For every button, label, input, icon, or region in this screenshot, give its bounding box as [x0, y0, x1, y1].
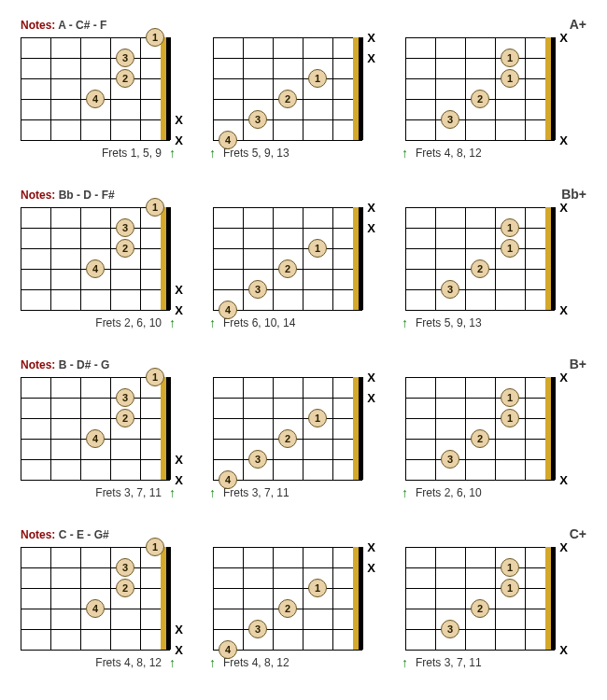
mute-mark: X — [367, 540, 375, 554]
arrow-icon: ↑ — [209, 485, 216, 500]
mute-mark: X — [367, 371, 375, 385]
fret-positions: Frets 5, 9, 13 — [416, 316, 482, 329]
chord-row: Notes: C - E - G#C+1324XX↑Frets 4, 8, 12… — [17, 526, 590, 670]
chord-row: Notes: Bb - D - F#Bb+1324XX↑Frets 2, 6, … — [17, 187, 590, 330]
diagram-footer: ↑Frets 1, 5, 9 — [17, 146, 176, 161]
row-header: Notes: B - D# - GB+ — [17, 357, 590, 371]
mute-mark: X — [367, 201, 375, 215]
finger-dot: 1 — [308, 239, 327, 258]
fret-positions: Frets 4, 8, 12 — [95, 656, 162, 669]
arrow-icon: ↑ — [402, 655, 408, 670]
finger-dot: 4 — [219, 131, 237, 149]
arrow-icon: ↑ — [209, 315, 216, 330]
finger-dot: 3 — [116, 388, 134, 407]
notes-prefix: Notes: — [21, 19, 55, 32]
mute-mark: X — [367, 391, 375, 405]
chord-diagram: 1324XX↑Frets 4, 8, 12 — [17, 547, 176, 670]
arrow-icon: ↑ — [402, 315, 408, 330]
fret-positions: Frets 6, 10, 14 — [223, 316, 295, 329]
mute-mark: X — [559, 133, 568, 147]
mute-mark: X — [175, 283, 183, 297]
mute-mark: X — [559, 473, 568, 487]
finger-dot: 1 — [501, 218, 519, 237]
diagram-footer: ↑Frets 4, 8, 12 — [17, 655, 176, 670]
finger-dot: 2 — [471, 90, 489, 108]
finger-dot: 3 — [116, 218, 134, 237]
finger-dot: 3 — [116, 558, 134, 577]
arrow-icon: ↑ — [209, 146, 216, 161]
chord-diagram: 1324XX↑Frets 2, 6, 10 — [17, 207, 176, 330]
diagram-footer: ↑Frets 2, 6, 10 — [402, 485, 560, 500]
finger-dot: 3 — [441, 450, 459, 469]
diagram-footer: ↑Frets 3, 7, 11 — [17, 485, 176, 500]
notes-value: A - C# - F — [58, 19, 106, 32]
finger-dot: 3 — [248, 450, 267, 469]
mute-mark: X — [559, 31, 568, 45]
fret-positions: Frets 5, 9, 13 — [223, 147, 289, 160]
mute-mark: X — [175, 303, 183, 317]
finger-dot: 2 — [278, 259, 297, 278]
notes-value: C - E - G# — [59, 528, 109, 541]
arrow-icon: ↑ — [402, 146, 408, 161]
chord-diagram: 1234XX↑Frets 5, 9, 13 — [209, 37, 368, 161]
finger-dot: 1 — [146, 198, 164, 217]
mute-mark: X — [175, 473, 183, 487]
finger-dot: 2 — [278, 90, 297, 108]
diagram-footer: ↑Frets 6, 10, 14 — [209, 315, 368, 330]
finger-dot: 1 — [146, 28, 164, 47]
fret-positions: Frets 1, 5, 9 — [102, 147, 162, 160]
diagram-footer: ↑Frets 5, 9, 13 — [209, 146, 368, 161]
notes-value: Bb - D - F# — [59, 189, 115, 202]
finger-dot: 4 — [219, 301, 237, 319]
finger-dot: 1 — [308, 69, 327, 88]
finger-dot: 3 — [248, 280, 267, 299]
diagram-footer: ↑Frets 5, 9, 13 — [402, 315, 560, 330]
mute-mark: X — [559, 371, 568, 385]
chord-row: Notes: A - C# - FA+1324XX↑Frets 1, 5, 91… — [17, 17, 590, 161]
fret-positions: Frets 3, 7, 11 — [223, 486, 289, 499]
finger-dot: 3 — [248, 110, 267, 129]
fret-positions: Frets 3, 7, 11 — [95, 486, 162, 499]
mute-mark: X — [175, 623, 183, 637]
arrow-icon: ↑ — [209, 655, 216, 670]
finger-dot: 1 — [308, 579, 327, 597]
chord-diagram: 1123XX↑Frets 4, 8, 12 — [402, 37, 560, 161]
notes-value: B - D# - G — [59, 358, 110, 371]
mute-mark: X — [559, 303, 568, 317]
notes-prefix: Notes: — [21, 189, 55, 202]
row-header: Notes: Bb - D - F#Bb+ — [17, 187, 590, 202]
arrow-icon: ↑ — [169, 485, 176, 500]
chord-diagram: 1234XX↑Frets 6, 10, 14 — [209, 207, 368, 330]
arrow-icon: ↑ — [402, 485, 408, 500]
mute-mark: X — [559, 540, 568, 554]
mute-mark: X — [559, 201, 568, 215]
mute-mark: X — [175, 113, 183, 127]
finger-dot: 4 — [86, 90, 105, 108]
finger-dot: 2 — [471, 599, 489, 618]
mute-mark: X — [559, 643, 568, 657]
finger-dot: 2 — [278, 429, 297, 448]
chord-diagram: 1324XX↑Frets 3, 7, 11 — [17, 377, 176, 500]
chord-diagram: 1324XX↑Frets 1, 5, 9 — [17, 37, 176, 161]
chord-diagram: 1234XX↑Frets 3, 7, 11 — [209, 377, 368, 500]
finger-dot: 1 — [146, 368, 164, 386]
finger-dot: 3 — [441, 280, 459, 299]
finger-dot: 4 — [219, 640, 237, 659]
finger-dot: 1 — [501, 409, 519, 427]
finger-dot: 1 — [308, 409, 327, 427]
mute-mark: X — [367, 31, 375, 45]
row-header: Notes: A - C# - FA+ — [17, 17, 590, 32]
finger-dot: 4 — [86, 259, 105, 278]
mute-mark: X — [367, 561, 375, 575]
notes-prefix: Notes: — [21, 528, 55, 541]
arrow-icon: ↑ — [169, 315, 176, 330]
chord-diagram: 1123XX↑Frets 3, 7, 11 — [402, 547, 560, 670]
notes-prefix: Notes: — [21, 358, 55, 371]
diagram-footer: ↑Frets 4, 8, 12 — [402, 146, 560, 161]
chord-name: C+ — [570, 526, 586, 541]
finger-dot: 3 — [248, 620, 267, 638]
finger-dot: 2 — [116, 579, 134, 597]
fret-positions: Frets 2, 6, 10 — [95, 316, 162, 329]
chord-chart-root: Notes: A - C# - FA+1324XX↑Frets 1, 5, 91… — [17, 17, 590, 670]
finger-dot: 4 — [219, 470, 237, 489]
